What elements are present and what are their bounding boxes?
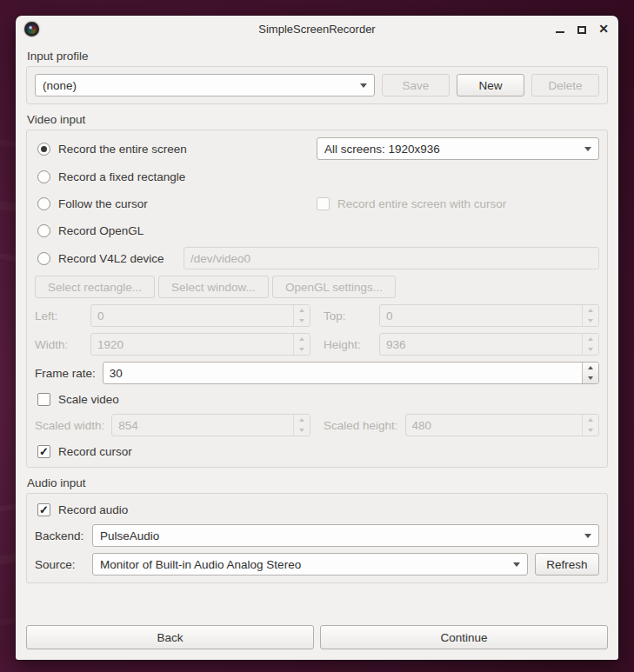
spinner-buttons bbox=[582, 305, 598, 326]
checkbox-record-audio[interactable]: ✓ Record audio bbox=[37, 503, 128, 516]
radio-icon bbox=[37, 170, 50, 183]
audio-input-group: ✓ Record audio Backend: PulseAudio Sourc… bbox=[26, 493, 608, 583]
spin-down-icon bbox=[588, 376, 593, 380]
height-input bbox=[380, 334, 582, 355]
spin-down-icon bbox=[299, 319, 304, 323]
continue-button[interactable]: Continue bbox=[320, 625, 608, 649]
backend-dropdown[interactable]: PulseAudio bbox=[92, 524, 599, 547]
top-spinbox bbox=[379, 304, 599, 327]
radio-follow-cursor[interactable]: Follow the cursor bbox=[37, 197, 317, 210]
left-label: Left: bbox=[35, 309, 83, 323]
spin-down-icon bbox=[588, 429, 593, 432]
radio-record-fixed-rectangle[interactable]: Record a fixed rectangle bbox=[37, 170, 185, 183]
frame-rate-spinbox[interactable] bbox=[103, 362, 599, 384]
spin-down-icon bbox=[588, 348, 593, 351]
radio-label: Record V4L2 device bbox=[58, 252, 164, 265]
spin-up-icon bbox=[588, 337, 593, 341]
frame-rate-label: Frame rate: bbox=[35, 367, 96, 380]
chevron-down-icon bbox=[584, 147, 591, 151]
scaled-height-spinbox bbox=[405, 414, 599, 436]
screen-selection-dropdown[interactable]: All screens: 1920x936 bbox=[317, 137, 599, 160]
audio-input-section-label: Audio input bbox=[27, 476, 608, 489]
maximize-icon bbox=[577, 26, 586, 34]
checkbox-scale-video[interactable]: Scale video bbox=[37, 393, 119, 406]
scaled-width-label: Scaled width: bbox=[35, 419, 104, 432]
height-label: Height: bbox=[324, 338, 372, 351]
checkbox-label: Record audio bbox=[58, 503, 128, 516]
frame-rate-input[interactable] bbox=[103, 363, 582, 383]
spinner-buttons bbox=[582, 415, 598, 436]
radio-record-opengl[interactable]: Record OpenGL bbox=[37, 224, 143, 237]
top-input bbox=[380, 305, 582, 326]
delete-button: Delete bbox=[531, 74, 599, 96]
spinner-buttons bbox=[293, 305, 310, 326]
checkbox-icon bbox=[317, 197, 330, 210]
scaled-width-spinbox bbox=[111, 414, 310, 436]
width-spinbox bbox=[90, 333, 310, 356]
window-title: SimpleScreenRecorder bbox=[16, 23, 618, 36]
radio-icon bbox=[37, 224, 50, 237]
checkbox-label: Record cursor bbox=[58, 445, 132, 458]
scaled-height-row: Scaled height: bbox=[324, 414, 599, 436]
radio-selected-icon bbox=[37, 143, 50, 156]
source-value: Monitor of Built-in Audio Analog Stereo bbox=[100, 558, 506, 571]
scaled-height-input bbox=[406, 415, 582, 436]
input-profile-section-label: Input profile bbox=[27, 50, 608, 63]
radio-icon bbox=[37, 252, 50, 265]
source-dropdown[interactable]: Monitor of Built-in Audio Analog Stereo bbox=[92, 553, 528, 576]
chevron-down-icon bbox=[360, 83, 367, 88]
close-button[interactable]: ✕ bbox=[597, 23, 610, 35]
v4l2-device-input bbox=[184, 248, 598, 269]
check-icon: ✓ bbox=[37, 445, 50, 458]
scaled-height-label: Scaled height: bbox=[324, 419, 398, 432]
backend-value: PulseAudio bbox=[100, 529, 577, 542]
radio-record-entire-screen[interactable]: Record the entire screen bbox=[37, 143, 317, 156]
width-input bbox=[91, 334, 293, 355]
spinner-buttons bbox=[293, 334, 310, 355]
spin-up-icon bbox=[299, 418, 304, 422]
radio-icon bbox=[37, 197, 50, 210]
spin-down-icon bbox=[299, 348, 304, 351]
spin-up-icon bbox=[588, 366, 593, 369]
footer-buttons: Back Continue bbox=[26, 625, 608, 649]
window-controls: ✕ bbox=[554, 23, 610, 35]
maximize-button[interactable] bbox=[576, 23, 588, 35]
checkbox-label: Record entire screen with cursor bbox=[337, 197, 506, 210]
checkbox-record-cursor[interactable]: ✓ Record cursor bbox=[37, 445, 132, 458]
checkbox-record-entire-screen-with-cursor: Record entire screen with cursor bbox=[317, 197, 599, 210]
left-field-row: Left: bbox=[35, 304, 310, 327]
input-profile-dropdown[interactable]: (none) bbox=[35, 74, 375, 96]
height-field-row: Height: bbox=[324, 333, 599, 356]
spin-up-icon bbox=[588, 418, 593, 422]
select-rectangle-button: Select rectangle... bbox=[35, 276, 155, 298]
video-input-group: Record the entire screen All screens: 19… bbox=[26, 130, 608, 468]
height-spinbox bbox=[379, 333, 599, 356]
scaled-width-input bbox=[112, 415, 293, 436]
screen-selection-value: All screens: 1920x936 bbox=[324, 143, 577, 156]
select-window-button: Select window... bbox=[158, 276, 269, 298]
chevron-down-icon bbox=[584, 534, 591, 538]
radio-record-v4l2[interactable]: Record V4L2 device bbox=[37, 252, 175, 265]
minimize-button[interactable] bbox=[554, 23, 566, 35]
width-field-row: Width: bbox=[35, 333, 310, 356]
radio-label: Record OpenGL bbox=[58, 224, 143, 237]
spin-up-icon bbox=[299, 309, 304, 312]
source-label: Source: bbox=[35, 558, 85, 571]
spinner-buttons[interactable] bbox=[582, 363, 598, 383]
refresh-button[interactable]: Refresh bbox=[535, 553, 599, 576]
spinner-buttons bbox=[582, 334, 598, 355]
back-button[interactable]: Back bbox=[26, 625, 314, 649]
input-profile-dropdown-value: (none) bbox=[43, 79, 353, 92]
app-window: SimpleScreenRecorder ✕ Input profile (no… bbox=[16, 16, 618, 660]
titlebar: SimpleScreenRecorder ✕ bbox=[16, 16, 618, 42]
width-label: Width: bbox=[35, 338, 83, 351]
new-button[interactable]: New bbox=[457, 74, 524, 96]
opengl-settings-button: OpenGL settings... bbox=[272, 276, 396, 298]
radio-label: Record the entire screen bbox=[58, 143, 187, 156]
spin-down-icon bbox=[299, 429, 304, 432]
video-input-section-label: Video input bbox=[27, 113, 608, 126]
window-content: Input profile (none) Save New Delete Vid… bbox=[16, 42, 618, 660]
input-profile-group: (none) Save New Delete bbox=[26, 66, 608, 104]
scaled-width-row: Scaled width: bbox=[35, 414, 310, 436]
save-button: Save bbox=[382, 74, 450, 96]
